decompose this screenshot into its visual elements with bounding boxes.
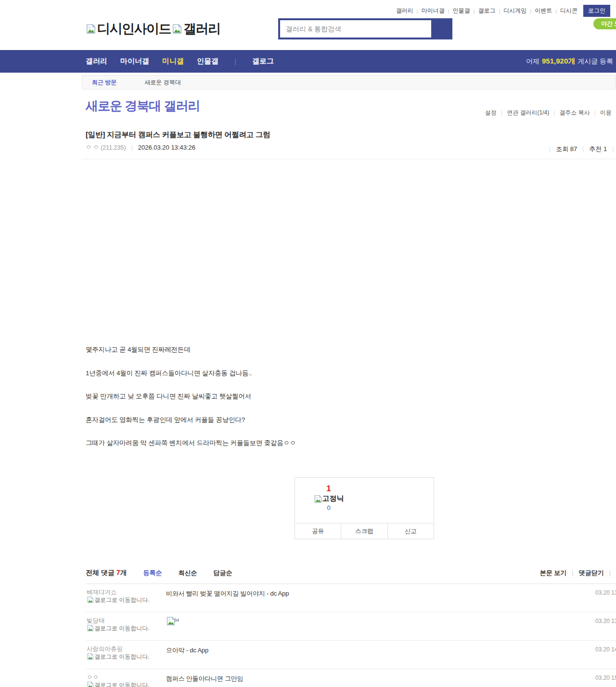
post-author[interactable]: ㅇㅇ <box>86 143 101 152</box>
comments-total-label: 전체 댓글 <box>86 569 115 576</box>
recent-visit-bar: 최근 방문 새로운 경북대 <box>82 75 616 89</box>
comment-author[interactable]: ㅇㅇ <box>87 674 99 682</box>
separator: | <box>555 8 557 14</box>
separator: | <box>501 110 502 116</box>
nav-person-gallery[interactable]: 인물갤 <box>197 57 218 66</box>
share-button[interactable]: 공유 <box>295 523 341 539</box>
view-post-link[interactable]: 본문 보기 <box>540 569 567 577</box>
gallog-link[interactable]: 갤로그로 이동합니다. <box>87 596 150 603</box>
broken-image-icon <box>87 596 94 603</box>
recommend-count-label: 추천 1 <box>589 145 607 153</box>
search-button[interactable] <box>431 18 452 39</box>
separator: | <box>594 110 596 116</box>
separator: | <box>234 57 236 65</box>
nav-minor-gallery[interactable]: 마이너갤 <box>120 57 149 66</box>
logo-text-gallery: 갤러리 <box>183 20 220 38</box>
comment-author[interactable]: 사랑의아츄핑 <box>87 645 123 653</box>
separator: | <box>131 144 133 151</box>
separator: | <box>530 8 531 14</box>
nav-gallery[interactable]: 갤러리 <box>86 57 107 66</box>
comment-row: 베재댜겨쇼 갤로그로 이동합니다. 비와서 빨리 벚꽃 떨어지길 빌어야지 - … <box>86 584 616 612</box>
broken-image-icon <box>87 681 94 687</box>
yesterday-post-count: 어제 951,920개 게시글 등록 <box>526 50 613 73</box>
separator: | <box>609 570 611 576</box>
post-body: 몇주지나고 곧 4월되면 진짜레전든데 1년중에서 4월이 진짜 캠퍼스돌아다니… <box>86 345 528 462</box>
tab-sort-newest[interactable]: 최신순 <box>179 569 197 577</box>
usage-guide-link[interactable]: 이용 <box>600 109 612 117</box>
gallog-link[interactable]: 갤로그로 이동합니다. <box>87 681 150 687</box>
separator: | <box>499 8 500 14</box>
post-meta: ㅇㅇ (211.235) | 2026.03.20 13:43:26 <box>86 143 195 152</box>
recommend-up-count[interactable]: 1 <box>295 484 362 494</box>
comment-emoticon-broken-image: 34 <box>166 616 180 628</box>
utility-nav-dcgame[interactable]: 디시게임 <box>503 7 526 15</box>
utility-nav-minor-gallery[interactable]: 마이너갤 <box>422 7 445 15</box>
recent-visit-label[interactable]: 최근 방문 <box>92 78 116 87</box>
report-button[interactable]: 신고 <box>388 523 434 539</box>
post-title: [일반] 지금부터 캠퍼스 커플보고 불행하면 어쩔려고 그럼 <box>86 130 270 140</box>
comment-time: 03.20 14 <box>595 646 616 653</box>
comment-author[interactable]: 베재댜겨쇼 <box>87 588 117 597</box>
broken-image-icon <box>87 624 94 632</box>
comment-text: 비와서 빨리 벚꽃 떨어지길 빌어야지 - dc App <box>166 589 289 598</box>
utility-nav-gallery[interactable]: 갤러리 <box>396 7 413 15</box>
comment-row: ㅇㅇ 갤로그로 이동합니다. 캠퍼스 안돌아다니면 그만임 03.20 15 <box>86 669 616 687</box>
gallog-link[interactable]: 갤로그로 이동합니다. <box>87 653 150 660</box>
separator: | <box>582 146 584 153</box>
broken-image-icon <box>172 24 182 34</box>
tab-sort-registered[interactable]: 등록순 <box>143 569 162 577</box>
post-action-buttons: 공유 스크랩 신고 <box>295 523 434 539</box>
logo-text-dcinside: 디시인사이드 <box>97 20 171 38</box>
comment-emoticon-alt: 34 <box>174 618 179 623</box>
night-mode-toggle[interactable]: 야간 모드 <box>593 18 616 29</box>
utility-nav-dccon[interactable]: 디시콘 <box>560 7 578 15</box>
scrap-button[interactable]: 스크랩 <box>341 523 387 539</box>
comment-row: 빛당태 갤로그로 이동합니다. 34 03.20 13 <box>86 612 616 641</box>
main-nav: 갤러리 마이너갤 미니갤 인물갤 | 갤로그 어제 951,920개 게시글 등… <box>0 50 616 73</box>
login-button[interactable]: 로그인 <box>583 5 610 17</box>
comment-author[interactable]: 빛당태 <box>87 617 105 625</box>
close-comments-link[interactable]: 댓글닫기 <box>579 569 604 577</box>
search-box <box>278 18 452 39</box>
site-logo[interactable]: 디시인사이드 갤러리 <box>86 20 220 38</box>
gallog-link[interactable]: 갤로그로 이동합니다. <box>87 624 150 632</box>
nav-mini-gallery[interactable]: 미니갤 <box>162 57 184 66</box>
separator: | <box>572 570 573 576</box>
gallery-title[interactable]: 새로운 경북대 갤러리 <box>86 98 200 114</box>
gallog-link-text: 갤로그로 이동합니다. <box>94 597 150 603</box>
post-count-value: 951,920개 <box>542 57 575 66</box>
recommend-down-count[interactable]: 0 <box>295 504 362 511</box>
copy-gallery-url-link[interactable]: 갤주소 복사 <box>559 109 590 117</box>
utility-nav-event[interactable]: 이벤트 <box>535 7 552 15</box>
comments-header: 전체 댓글 7개 등록순 최신순 답글순 본문 보기 | 댓글닫기 | <box>86 569 616 577</box>
tab-sort-replies[interactable]: 답글순 <box>214 569 232 577</box>
yesterday-label: 어제 <box>526 57 539 66</box>
utility-nav-person-gallery[interactable]: 인물갤 <box>453 7 470 15</box>
utility-nav-gallog[interactable]: 갤로그 <box>478 7 495 15</box>
comment-time: 03.20 15 <box>595 674 616 681</box>
dcinside-gallery-page: 갤러리| 마이너갤| 인물갤| 갤로그| 디시게임| 이벤트| 디시콘 로그인 … <box>0 0 616 687</box>
comments-total: 전체 댓글 7개 <box>86 569 127 577</box>
recommend-inner: 1 고정닉 0 <box>295 484 362 511</box>
utility-nav: 갤러리| 마이너갤| 인물갤| 갤로그| 디시게임| 이벤트| 디시콘 로그인 <box>396 5 610 17</box>
search-input[interactable] <box>280 20 431 38</box>
separator: | <box>474 8 475 14</box>
related-galleries-link[interactable]: 연관 갤러리(1/4) <box>507 109 549 117</box>
broken-image-icon <box>87 653 94 660</box>
recommend-box: 1 고정닉 0 <box>295 477 434 523</box>
nav-gallog[interactable]: 갤로그 <box>252 57 274 66</box>
separator: | <box>448 8 449 14</box>
gallery-settings-link[interactable]: 설정 <box>485 109 497 117</box>
divider <box>82 159 616 159</box>
comments-total-unit: 개 <box>120 569 127 576</box>
gallog-link-text: 갤로그로 이동합니다. <box>94 682 150 687</box>
recent-visit-gallery[interactable]: 새로운 경북대 <box>144 78 180 87</box>
main-nav-items: 갤러리 마이너갤 미니갤 인물갤 | 갤로그 <box>86 50 274 73</box>
gallery-links: 설정| 연관 갤러리(1/4)| 갤주소 복사| 이용 <box>485 109 612 117</box>
post-author-ip: (211.235) <box>101 144 126 151</box>
separator: | <box>417 8 418 14</box>
broken-image-icon <box>86 24 96 34</box>
broken-image-icon <box>314 495 322 503</box>
comment-list: 베재댜겨쇼 갤로그로 이동합니다. 비와서 빨리 벚꽃 떨어지길 빌어야지 - … <box>86 584 616 687</box>
separator: | <box>553 110 555 116</box>
